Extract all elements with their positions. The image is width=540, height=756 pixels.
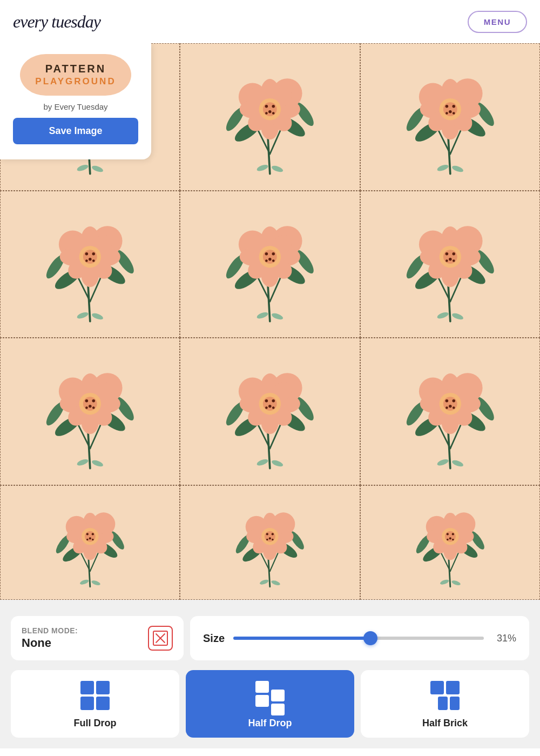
svg-point-255 <box>452 399 455 403</box>
svg-point-138 <box>265 252 268 256</box>
svg-point-312 <box>266 533 268 536</box>
size-box: Size 31% <box>190 616 529 660</box>
svg-point-173 <box>436 311 449 319</box>
svg-point-83 <box>446 112 448 115</box>
svg-point-166 <box>443 250 457 264</box>
controls-area: Blend Mode: None Size 31% Full Drop <box>0 600 540 748</box>
half-brick-label: Half Brick <box>422 718 468 729</box>
svg-point-81 <box>452 105 455 108</box>
half-drop-icon <box>255 681 285 710</box>
svg-point-284 <box>92 533 94 536</box>
svg-point-202 <box>76 458 89 467</box>
save-image-button[interactable]: Save Image <box>13 118 138 144</box>
svg-point-288 <box>91 580 101 587</box>
svg-point-50 <box>263 103 277 117</box>
svg-point-260 <box>436 458 449 467</box>
svg-point-256 <box>449 405 452 408</box>
svg-point-257 <box>446 407 448 410</box>
svg-point-289 <box>79 579 90 586</box>
svg-point-201 <box>91 459 104 468</box>
svg-point-113 <box>92 259 95 262</box>
svg-point-230 <box>271 459 284 468</box>
icon-col <box>255 681 269 707</box>
svg-point-253 <box>443 397 457 411</box>
svg-point-197 <box>92 399 95 403</box>
svg-point-168 <box>452 252 455 256</box>
controls-top-row: Blend Mode: None Size 31% <box>11 616 529 660</box>
blend-mode-icon[interactable] <box>148 626 173 651</box>
svg-point-28 <box>76 164 89 172</box>
half-brick-button[interactable]: Half Brick <box>361 670 529 738</box>
svg-point-311 <box>265 531 275 542</box>
size-label: Size <box>203 632 225 645</box>
svg-point-287 <box>92 539 94 541</box>
svg-point-227 <box>268 405 272 408</box>
svg-point-172 <box>451 312 464 320</box>
svg-point-259 <box>451 459 464 468</box>
badge-playground-text: PLAYGROUND <box>35 76 116 87</box>
svg-point-282 <box>85 531 96 542</box>
blend-mode-x-icon <box>153 631 168 646</box>
icon-square <box>80 681 94 694</box>
svg-point-110 <box>92 252 95 256</box>
header: every tuesday MENU <box>0 0 540 43</box>
icon-square <box>96 681 110 694</box>
pattern-tile <box>180 43 360 191</box>
blend-mode-value: None <box>22 636 78 650</box>
blend-mode-label: Blend Mode: None <box>22 626 78 650</box>
icon-square <box>96 697 110 710</box>
pattern-tile <box>0 191 180 338</box>
svg-point-143 <box>271 312 284 320</box>
pattern-tile <box>0 338 180 485</box>
svg-point-313 <box>272 533 274 536</box>
menu-button[interactable]: MENU <box>468 11 527 33</box>
half-drop-button[interactable]: Half Drop <box>186 670 354 738</box>
icon-square <box>450 697 460 710</box>
pattern-tile <box>360 485 540 600</box>
svg-point-226 <box>272 399 275 403</box>
svg-point-229 <box>272 407 275 410</box>
svg-point-258 <box>452 407 455 410</box>
svg-point-55 <box>272 112 275 115</box>
svg-point-195 <box>83 397 97 411</box>
by-text: by Every Tuesday <box>43 102 107 111</box>
pattern-playground-badge: PATTERN PLAYGROUND <box>20 54 131 96</box>
svg-point-286 <box>86 539 89 541</box>
logo: every tuesday <box>13 12 100 32</box>
svg-point-345 <box>452 539 454 541</box>
overlay-card: PATTERN PLAYGROUND by Every Tuesday Save… <box>0 43 151 159</box>
svg-point-224 <box>263 397 277 411</box>
icon-square <box>446 681 460 694</box>
svg-point-228 <box>265 407 268 410</box>
half-drop-label: Half Drop <box>248 718 292 729</box>
svg-point-144 <box>256 311 269 319</box>
pattern-tile <box>360 43 540 191</box>
pattern-tile <box>360 338 540 485</box>
svg-point-85 <box>451 165 464 173</box>
svg-point-169 <box>449 258 452 261</box>
blend-mode-box: Blend Mode: None <box>11 616 184 660</box>
svg-point-344 <box>447 539 449 541</box>
svg-point-347 <box>439 579 449 586</box>
half-brick-icon <box>430 681 460 710</box>
svg-point-109 <box>85 252 88 256</box>
svg-point-285 <box>89 537 91 539</box>
svg-point-112 <box>85 259 88 262</box>
svg-point-82 <box>449 110 452 113</box>
pattern-tile <box>180 338 360 485</box>
svg-point-199 <box>85 407 88 410</box>
svg-point-314 <box>269 537 271 539</box>
svg-point-51 <box>265 105 268 108</box>
full-drop-button[interactable]: Full Drop <box>11 670 179 738</box>
svg-point-141 <box>265 259 268 262</box>
full-drop-icon <box>80 681 110 710</box>
full-drop-label: Full Drop <box>74 718 117 729</box>
svg-point-52 <box>272 105 275 108</box>
icon-col <box>271 690 285 715</box>
size-slider[interactable] <box>233 637 484 640</box>
svg-point-114 <box>91 312 104 320</box>
pattern-tile <box>360 191 540 338</box>
svg-point-86 <box>436 164 449 172</box>
svg-point-80 <box>445 105 448 108</box>
svg-point-315 <box>266 539 268 541</box>
